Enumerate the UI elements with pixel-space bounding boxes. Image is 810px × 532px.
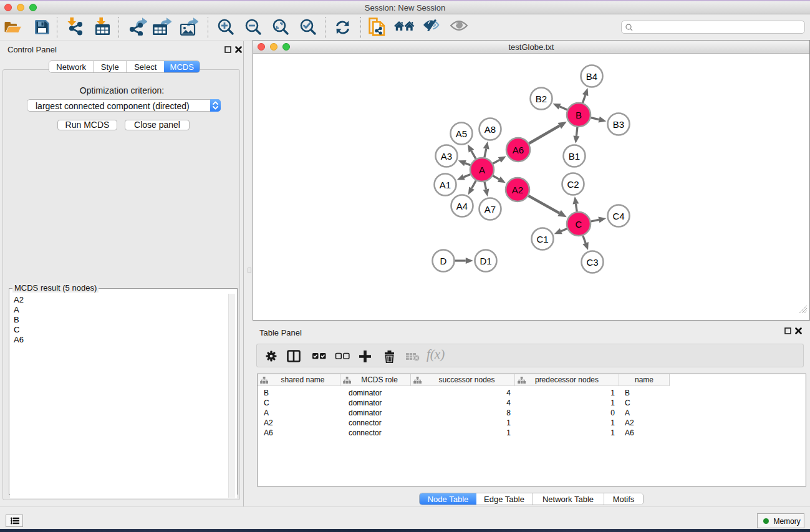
svg-text:B4: B4 xyxy=(586,71,597,82)
svg-text:A2: A2 xyxy=(512,185,523,195)
svg-text:A3: A3 xyxy=(441,151,452,162)
svg-text:A7: A7 xyxy=(485,204,496,215)
svg-text:D1: D1 xyxy=(480,256,491,266)
svg-text:A5: A5 xyxy=(456,128,467,139)
svg-text:C4: C4 xyxy=(612,211,624,221)
svg-text:B2: B2 xyxy=(536,94,547,104)
svg-text:A6: A6 xyxy=(513,145,524,155)
svg-text:B: B xyxy=(576,110,582,120)
svg-text:A8: A8 xyxy=(485,124,496,135)
svg-text:C2: C2 xyxy=(567,179,579,190)
svg-text:B1: B1 xyxy=(569,151,580,162)
svg-text:A4: A4 xyxy=(456,201,468,211)
svg-text:C1: C1 xyxy=(536,234,548,244)
svg-text:C: C xyxy=(576,219,582,230)
svg-text:C3: C3 xyxy=(586,257,598,268)
svg-text:B3: B3 xyxy=(613,119,624,130)
svg-text:A1: A1 xyxy=(440,180,451,190)
svg-text:D: D xyxy=(440,256,447,266)
svg-text:A: A xyxy=(479,165,485,175)
